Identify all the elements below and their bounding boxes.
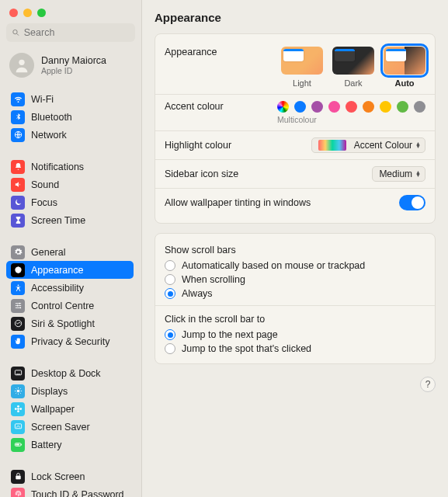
appearance-option-light[interactable]: Light [281,47,323,88]
accent-color-7[interactable] [397,101,408,113]
wifi-icon [11,92,25,106]
radio-icon [165,260,175,271]
radio-icon [165,274,175,285]
scrollbars-option-label: Always [182,288,213,299]
close-icon[interactable] [9,9,18,17]
sidebar-item-label: Accessibility [31,283,84,294]
appearance-label: Appearance [165,47,217,57]
sidebar-item-label: Screen Saver [31,422,90,433]
hourglass-icon [11,214,25,228]
appearance-option-label: Light [293,78,311,88]
accent-color-5[interactable] [363,101,374,113]
highlight-select[interactable]: Accent Colour ▲▼ [311,137,425,153]
click-scroll-label: Click in the scroll bar to [165,311,425,328]
sidebar-item-label: Wallpaper [31,404,75,415]
sidebar-item-control[interactable]: Control Centre [6,297,134,315]
click-scroll-option-label: Jump to the next page [182,329,278,340]
accent-sublabel: Multicolour [277,115,425,124]
sidebar-size-label: Sidebar icon size [165,169,238,179]
accent-color-multi[interactable] [277,101,289,113]
sidebar-item-bluetooth[interactable]: Bluetooth [6,108,134,126]
sidebar-item-desktop[interactable]: Desktop & Dock [6,364,134,382]
sidebar-item-screensaver[interactable]: Screen Saver [6,418,134,436]
click-scroll-option-label: Jump to the spot that's clicked [182,343,311,354]
sidebar-item-label: General [31,247,65,258]
hand-icon [11,335,25,349]
account-row[interactable]: Danny Maiorca Apple ID [0,48,140,87]
help-button[interactable]: ? [420,377,436,392]
sliders-icon [11,299,25,313]
flower-icon [11,402,25,416]
search-field[interactable] [24,27,130,38]
accent-color-1[interactable] [294,101,306,113]
sidebar-item-battery[interactable]: Battery [6,436,134,454]
minimize-icon[interactable] [23,9,32,17]
sidebar-item-focus[interactable]: Focus [6,193,134,211]
sidebar-item-screentime[interactable]: Screen Time [6,211,134,229]
avatar [9,53,34,78]
sidebar-item-label: Notifications [31,162,84,172]
window-controls[interactable] [0,0,141,23]
accent-color-4[interactable] [346,101,357,113]
highlight-value: Accent Colour [354,140,412,151]
sidebar-item-label: Appearance [31,265,83,276]
scrollbars-label: Show scroll bars [165,242,425,259]
sidebar-item-lock[interactable]: Lock Screen [6,467,134,485]
sidebar-item-wifi[interactable]: Wi-Fi [6,90,134,108]
accent-color-8[interactable] [414,101,425,113]
click-scroll-option-1[interactable]: Jump to the spot that's clicked [165,342,425,356]
sidebar-item-label: Focus [31,197,57,208]
bell-icon [11,160,25,174]
accent-label: Accent colour [165,101,224,112]
radio-icon [165,288,175,299]
sidebar-item-notifications[interactable]: Notifications [6,158,134,176]
scrollbars-option-2[interactable]: Always [165,287,425,301]
sidebar-item-label: Wi-Fi [31,94,54,105]
radio-icon [165,329,175,340]
chevron-updown-icon: ▲▼ [415,142,421,148]
sidebar-item-label: Sound [31,179,59,190]
sidebar-item-touchid[interactable]: Touch ID & Password [6,485,134,497]
sidebar-size-select[interactable]: Medium ▲▼ [372,166,425,182]
sidebar-item-general[interactable]: General [6,243,134,261]
accent-color-2[interactable] [311,101,323,113]
sidebar-size-value: Medium [379,169,412,179]
search-input[interactable] [6,23,135,42]
finger-icon [11,488,25,498]
sidebar-item-displays[interactable]: Displays [6,382,134,400]
accent-color-3[interactable] [328,101,340,113]
scrollbars-option-1[interactable]: When scrolling [165,273,425,287]
appearance-option-label: Dark [344,78,362,88]
sidebar-item-network[interactable]: Network [6,126,134,144]
sidebar-item-wallpaper[interactable]: Wallpaper [6,400,134,418]
tinting-toggle[interactable] [399,195,425,210]
sidebar-item-sound[interactable]: Sound [6,176,134,193]
click-scroll-option-0[interactable]: Jump to the next page [165,328,425,342]
access-icon [11,281,25,295]
search-icon [12,28,20,37]
sidebar-item-label: Network [31,130,67,141]
page-title: Appearance [155,11,436,24]
appearance-icon [11,263,25,277]
zoom-icon[interactable] [37,9,46,17]
scrollbars-option-label: When scrolling [182,274,245,285]
accent-color-6[interactable] [380,101,391,113]
tinting-label: Allow wallpaper tinting in windows [165,197,311,208]
moon-icon [11,196,25,210]
sun-icon [11,384,25,398]
sidebar-item-label: Siri & Spotlight [31,318,95,329]
appearance-option-label: Auto [394,78,414,88]
sidebar-item-accessibility[interactable]: Accessibility [6,279,134,297]
globe-icon [11,128,25,142]
appearance-option-auto[interactable]: Auto [384,47,425,88]
sidebar-item-appearance[interactable]: Appearance [6,261,134,279]
sidebar-item-label: Control Centre [31,301,94,311]
sidebar-item-siri[interactable]: Siri & Spotlight [6,315,134,332]
sidebar-item-label: Desktop & Dock [31,368,101,379]
sidebar-item-label: Screen Time [31,215,85,226]
appearance-option-dark[interactable]: Dark [332,47,374,88]
sidebar-item-privacy[interactable]: Privacy & Security [6,332,134,350]
scrollbars-option-0[interactable]: Automatically based on mouse or trackpad [165,259,425,273]
sidebar-item-label: Lock Screen [31,471,85,482]
battery-icon [11,438,25,452]
